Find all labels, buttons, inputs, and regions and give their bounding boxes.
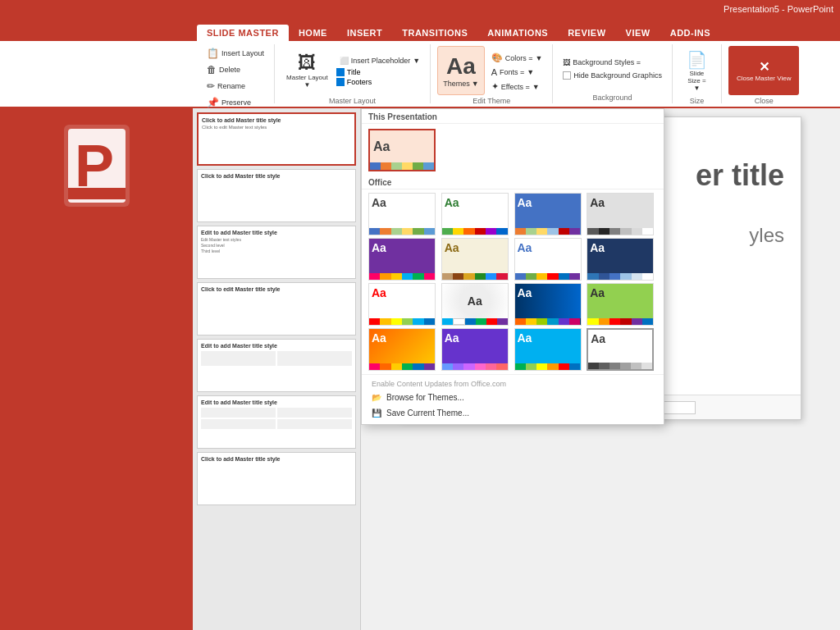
insert-placeholder-icon: ⬜ — [340, 57, 349, 65]
close-master-icon: ✕ — [759, 59, 769, 75]
fonts-icon: A — [491, 67, 497, 77]
theme-item-9[interactable]: Aa — [368, 283, 436, 326]
theme-item-4[interactable]: Aa — [587, 193, 654, 235]
tab-home[interactable]: HOME — [289, 25, 337, 41]
edit-theme-group: Aa Themes ▼ 🎨 Colors = ▼ A Fonts = ▼ — [431, 44, 553, 103]
preserve-icon: 📌 — [207, 97, 219, 108]
delete-icon: 🗑 — [207, 64, 217, 75]
title-bar-text: Presentation5 - PowerPoint — [724, 4, 833, 14]
title-checkbox-box[interactable] — [336, 68, 345, 76]
slide-size-icon: 📄 — [687, 50, 707, 70]
theme-item-3[interactable]: Aa — [514, 193, 582, 235]
close-master-view-button[interactable]: ✕ Close Master View — [728, 46, 800, 95]
slide-thumb-2[interactable]: Click to add Master title style — [197, 169, 356, 222]
tab-review[interactable]: REVIEW — [558, 25, 615, 41]
theme-item-1[interactable]: Aa — [368, 193, 436, 235]
hide-bg-checkbox[interactable] — [563, 71, 571, 80]
this-presentation-theme: Aa — [362, 124, 664, 176]
theme-item-7[interactable]: Aa — [514, 238, 582, 281]
slide-size-button[interactable]: 📄 Slide Size = ▼ — [682, 46, 712, 95]
slide-thumb-1[interactable]: Click to add Master title style Click to… — [197, 112, 356, 166]
slide-thumb-4[interactable]: Click to edit Master title style — [197, 282, 356, 336]
tab-insert[interactable]: INSERT — [337, 25, 392, 41]
browse-themes-icon: 📂 — [372, 393, 381, 402]
insert-layout-icon: 📋 — [207, 48, 219, 59]
background-styles-button[interactable]: 🖼 Background Styles = — [559, 57, 644, 68]
tab-slide-master[interactable]: SLIDE MASTER — [197, 25, 289, 41]
theme-item-14[interactable]: Aa — [441, 328, 509, 371]
themes-button[interactable]: Aa Themes ▼ — [437, 46, 484, 95]
theme-item-16[interactable]: Aa — [587, 328, 654, 371]
insert-layout-button[interactable]: 📋 Insert Layout — [203, 46, 267, 61]
rename-button[interactable]: ✏ Rename — [203, 79, 249, 94]
footers-checkbox-box[interactable] — [336, 78, 345, 86]
colors-icon: 🎨 — [491, 52, 503, 63]
powerpoint-logo-svg: P — [60, 121, 134, 211]
theme-item-6[interactable]: Aa — [441, 238, 509, 281]
title-checkbox[interactable]: Title — [336, 68, 423, 76]
office-header: Office — [362, 176, 664, 189]
insert-placeholder-button[interactable]: ⬜ Insert Placeholder ▼ — [336, 55, 423, 66]
themes-dropdown: This Presentation Aa Office — [361, 108, 664, 425]
ribbon-tabs: SLIDE MASTER HOME INSERT TRANSITIONS ANI… — [0, 18, 840, 41]
edit-theme-label: Edit Theme — [472, 97, 510, 105]
this-presentation-header: This Presentation — [362, 109, 664, 124]
theme-item-15[interactable]: Aa — [514, 328, 582, 371]
edit-master-group: 📋 Insert Layout 🗑 Delete ✏ Rename 📌 Pres… — [197, 44, 275, 103]
theme-item-13[interactable]: Aa — [368, 328, 436, 371]
ribbon-content: 📋 Insert Layout 🗑 Delete ✏ Rename 📌 Pres… — [0, 41, 840, 108]
delete-button[interactable]: 🗑 Delete — [203, 62, 244, 77]
size-group: 📄 Slide Size = ▼ Size — [673, 44, 722, 103]
size-label: Size — [690, 97, 705, 105]
master-layout-label: Master Layout — [329, 97, 376, 105]
svg-rect-4 — [68, 188, 126, 193]
ppt-logo-area: P — [0, 108, 193, 630]
slide-thumb-7[interactable]: Click to add Master title style — [197, 452, 356, 505]
slide-panel: Click to add Master title style Click to… — [193, 108, 361, 630]
tab-animations[interactable]: ANIMATIONS — [477, 25, 558, 41]
master-layout-icon: 🖼 — [298, 52, 316, 74]
themes-icon: Aa — [446, 53, 476, 80]
background-styles-icon: 🖼 — [563, 58, 570, 66]
theme-item-8[interactable]: Aa — [587, 238, 654, 281]
close-label: Close — [755, 97, 774, 105]
effects-button[interactable]: ✦ Effects = ▼ — [488, 80, 546, 94]
colors-button[interactable]: 🎨 Colors = ▼ — [488, 51, 546, 65]
footers-checkbox[interactable]: Footers — [336, 78, 423, 86]
fonts-button[interactable]: A Fonts = ▼ — [488, 66, 546, 79]
themes-footer: Enable Content Updates from Office.com 📂… — [362, 374, 664, 424]
effects-icon: ✦ — [491, 81, 499, 92]
slide-thumb-5[interactable]: Edit to add Master title style — [197, 339, 356, 392]
ppt-logo: P — [56, 116, 138, 215]
current-theme-item[interactable]: Aa — [368, 129, 436, 171]
slide-title-text: er title — [696, 158, 784, 193]
tab-add-ins[interactable]: ADD-INS — [660, 25, 720, 41]
background-group: 🖼 Background Styles = Hide Background Gr… — [553, 44, 673, 103]
theme-item-11[interactable]: Aa — [514, 283, 582, 326]
title-bar: Presentation5 - PowerPoint — [0, 0, 840, 18]
theme-item-5[interactable]: Aa — [368, 238, 436, 281]
slide-thumb-6[interactable]: Edit to add Master title style — [197, 395, 356, 449]
master-layout-button[interactable]: 🖼 Master Layout ▼ — [281, 46, 333, 95]
master-layout-group: 🖼 Master Layout ▼ ⬜ Insert Placeholder ▼… — [275, 44, 431, 103]
enable-updates-text: Enable Content Updates from Office.com — [368, 378, 657, 390]
theme-item-2[interactable]: Aa — [441, 193, 509, 235]
close-group: ✕ Close Master View Close — [722, 44, 806, 103]
background-label: Background — [593, 94, 632, 102]
theme-item-12[interactable]: Aa — [587, 283, 654, 326]
save-theme-icon: 💾 — [372, 409, 381, 418]
rename-icon: ✏ — [207, 80, 215, 92]
themes-grid: Aa Aa Aa Aa — [362, 189, 664, 374]
browse-themes-button[interactable]: 📂 Browse for Themes... — [368, 390, 657, 405]
tab-view[interactable]: VIEW — [616, 25, 660, 41]
theme-item-10[interactable]: Aa — [441, 283, 509, 326]
canvas-area: er title yles This Presentation Aa — [361, 108, 840, 630]
tab-transitions[interactable]: TRANSITIONS — [392, 25, 477, 41]
hide-background-graphics-button[interactable]: Hide Background Graphics — [559, 70, 665, 81]
save-theme-button[interactable]: 💾 Save Current Theme... — [368, 405, 657, 421]
slide-thumb-3[interactable]: Edit to add Master title style Edit Mast… — [197, 226, 356, 279]
slide-subtitle-text: yles — [749, 224, 784, 247]
main-layout: P Click to add Master title style Click … — [0, 108, 840, 630]
